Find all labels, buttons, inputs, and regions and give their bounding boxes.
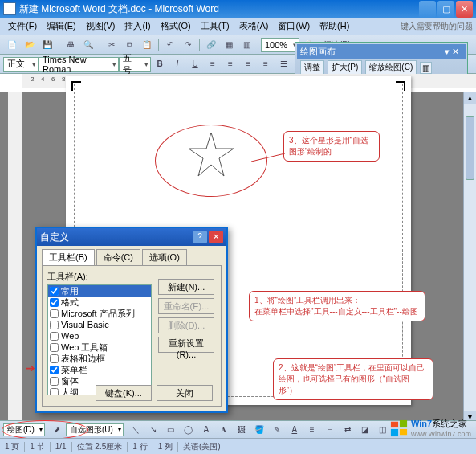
menu-view[interactable]: 视图(V) xyxy=(86,20,116,32)
font-color-icon[interactable]: A xyxy=(287,422,303,438)
star-autoshape[interactable] xyxy=(187,131,235,179)
3d-icon[interactable]: ◫ xyxy=(375,422,391,438)
rect-icon[interactable]: ▭ xyxy=(163,422,179,438)
zoom-combo[interactable]: 100% xyxy=(261,38,299,52)
arrow-icon[interactable]: ↘ xyxy=(145,422,161,438)
toolbar-list-item[interactable]: Web 工具箱 xyxy=(48,342,151,353)
align-center-button[interactable]: ≡ xyxy=(222,56,238,72)
menu-format[interactable]: 格式(O) xyxy=(161,20,191,32)
windows-logo-icon xyxy=(390,419,408,437)
redo-button[interactable]: ↷ xyxy=(180,37,196,53)
reset-toolbar-button[interactable]: 重新设置(R)... xyxy=(158,337,214,353)
toolbar-checkbox[interactable] xyxy=(50,377,59,386)
toolbar-checkbox[interactable] xyxy=(50,366,59,374)
columns-button[interactable]: ▥ xyxy=(238,37,254,53)
line-icon[interactable]: ＼ xyxy=(128,422,144,438)
status-page: 1 页 xyxy=(5,441,19,452)
line-spacing-button[interactable]: ☰ xyxy=(275,56,291,72)
vertical-scrollbar[interactable]: ▲ ▼ xyxy=(463,92,476,423)
paste-button[interactable]: 📋 xyxy=(139,37,155,53)
toolbar-list-item[interactable]: 常用 xyxy=(48,285,151,297)
toolbar-list-item[interactable]: 格式 xyxy=(48,297,151,308)
save-button[interactable]: 💾 xyxy=(39,37,55,53)
oval-icon[interactable]: ◯ xyxy=(181,422,197,438)
cut-button[interactable]: ✂ xyxy=(104,37,120,53)
menu-help[interactable]: 帮助(H) xyxy=(319,20,349,32)
toolbar-checkbox[interactable] xyxy=(50,309,59,318)
align-right-button[interactable]: ≡ xyxy=(240,56,256,72)
toolbar-item-label: 大纲 xyxy=(61,387,79,396)
window-maximize-button[interactable]: ▢ xyxy=(437,1,454,18)
fill-color-icon[interactable]: 🪣 xyxy=(251,422,267,438)
toolbar-checkbox[interactable] xyxy=(50,298,59,307)
tab-options[interactable]: 选项(O) xyxy=(142,249,187,265)
delete-toolbar-button[interactable]: 删除(D)... xyxy=(158,317,214,333)
clipart-icon[interactable]: 🖼 xyxy=(234,422,250,438)
window-minimize-button[interactable]: — xyxy=(419,1,436,18)
menu-tools[interactable]: 工具(T) xyxy=(201,20,230,32)
help-prompt[interactable]: 键入需要帮助的问题 xyxy=(401,21,473,32)
close-dialog-button[interactable]: 关闭 xyxy=(157,385,213,401)
copy-button[interactable]: ⧉ xyxy=(121,37,137,53)
toolbars-listbox[interactable]: 常用格式Microsoft 产品系列Visual BasicWebWeb 工具箱… xyxy=(47,284,152,395)
toolbar-list-item[interactable]: 表格和边框 xyxy=(48,353,151,364)
underline-button[interactable]: U xyxy=(187,56,203,72)
tab-commands[interactable]: 命令(C) xyxy=(96,249,140,265)
shadow-icon[interactable]: ◪ xyxy=(357,422,373,438)
print-button[interactable]: 🖶 xyxy=(63,37,79,53)
toolbar-checkbox[interactable] xyxy=(50,321,59,329)
canvas-scale-button[interactable]: 缩放绘图(C) xyxy=(365,60,417,75)
style-combo[interactable]: 正文 xyxy=(3,57,39,72)
red-arrow-icon: ➔ xyxy=(26,362,35,374)
customize-dialog[interactable]: 自定义 ? ✕ 工具栏(B) 命令(C) 选项(O) 工具栏(A): 常用格式M… xyxy=(35,227,228,413)
window-close-button[interactable]: ✕ xyxy=(456,1,473,18)
new-doc-button[interactable]: 📄 xyxy=(4,37,20,53)
canvas-wrap-button[interactable]: ▥ xyxy=(420,62,432,74)
dash-style-icon[interactable]: ┄ xyxy=(322,422,338,438)
rename-toolbar-button[interactable]: 重命名(E)... xyxy=(158,298,214,314)
hyperlink-button[interactable]: 🔗 xyxy=(203,37,219,53)
toolbar-list-item[interactable]: Microsoft 产品系列 xyxy=(48,308,151,319)
menu-file[interactable]: 文件(F) xyxy=(8,20,37,32)
toolbar-checkbox[interactable] xyxy=(50,287,59,296)
table-button[interactable]: ▦ xyxy=(221,37,237,53)
watermark-brand2: 系统之家 xyxy=(432,419,467,428)
arrow-style-icon[interactable]: ⇄ xyxy=(340,422,356,438)
tab-toolbars[interactable]: 工具栏(B) xyxy=(42,249,95,265)
toolbar-item-label: Visual Basic xyxy=(61,320,109,329)
canvas-expand-button[interactable]: 扩大(P) xyxy=(328,60,362,75)
new-toolbar-button[interactable]: 新建(N)... xyxy=(158,279,214,295)
menu-table[interactable]: 表格(A) xyxy=(239,20,269,32)
line-color-icon[interactable]: ✎ xyxy=(269,422,285,438)
open-button[interactable]: 📂 xyxy=(22,37,38,53)
line-style-icon[interactable]: ≡ xyxy=(304,422,320,438)
dialog-help-button[interactable]: ? xyxy=(193,231,207,243)
toolbar-checkbox[interactable] xyxy=(50,388,59,396)
textbox-icon[interactable]: A xyxy=(198,422,214,438)
keyboard-button[interactable]: 键盘(K)... xyxy=(96,385,152,401)
menu-window[interactable]: 窗口(W) xyxy=(278,20,310,32)
font-combo[interactable]: Times New Roman xyxy=(39,57,119,72)
scroll-thumb[interactable] xyxy=(466,116,474,180)
menu-edit[interactable]: 编辑(E) xyxy=(47,20,76,32)
scroll-up-icon[interactable]: ▲ xyxy=(464,92,476,104)
justify-button[interactable]: ≡ xyxy=(258,56,274,72)
drawing-canvas-close-icon[interactable]: ▾ ✕ xyxy=(441,47,462,57)
canvas-fit-button[interactable]: 调整 xyxy=(300,60,324,75)
toolbar-list-item[interactable]: Visual Basic xyxy=(48,319,151,330)
align-left-button[interactable]: ≡ xyxy=(205,56,221,72)
print-preview-button[interactable]: 🔍 xyxy=(80,37,96,53)
vertical-ruler[interactable] xyxy=(8,92,22,438)
toolbar-checkbox[interactable] xyxy=(50,354,59,363)
fontsize-combo[interactable]: 五号 xyxy=(119,57,151,72)
undo-button[interactable]: ↶ xyxy=(162,37,178,53)
wordart-icon[interactable]: 𝐀 xyxy=(216,422,232,438)
toolbar-checkbox[interactable] xyxy=(50,343,59,352)
italic-button[interactable]: I xyxy=(169,56,185,72)
toolbar-list-item[interactable]: Web xyxy=(48,330,151,342)
toolbar-list-item[interactable]: 菜单栏 xyxy=(48,364,151,375)
toolbar-checkbox[interactable] xyxy=(50,332,59,341)
dialog-close-button[interactable]: ✕ xyxy=(209,231,223,243)
menu-insert[interactable]: 插入(I) xyxy=(124,20,150,32)
bold-button[interactable]: B xyxy=(152,56,168,72)
